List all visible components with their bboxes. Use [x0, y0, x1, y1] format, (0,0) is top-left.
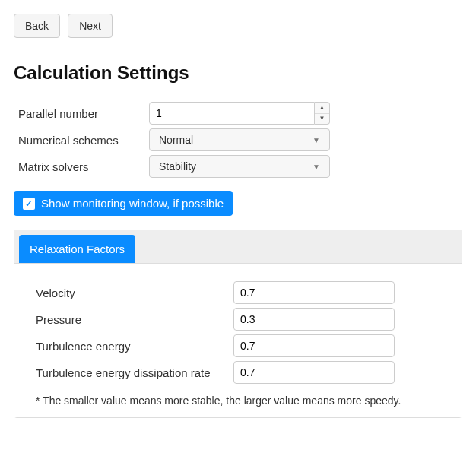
solvers-value: Stability	[159, 160, 196, 173]
monitoring-label: Show monitoring window, if possible	[41, 197, 224, 210]
check-icon: ✓	[23, 198, 35, 210]
panel-body: Velocity Pressure Turbulence energy Turb…	[14, 263, 462, 417]
spinner-up-icon[interactable]: ▲	[315, 103, 329, 113]
velocity-label: Velocity	[36, 287, 233, 299]
chevron-down-icon: ▼	[313, 163, 320, 171]
spinner-down-icon[interactable]: ▼	[315, 113, 329, 125]
panel-tabs: Relaxation Factors	[14, 230, 462, 263]
solvers-select[interactable]: Stability ▼	[149, 155, 330, 178]
turb-diss-label: Turbulence energy dissipation rate	[36, 366, 233, 379]
velocity-row: Velocity	[28, 281, 448, 304]
solvers-row: Matrix solvers Stability ▼	[14, 155, 462, 178]
parallel-input[interactable]	[149, 102, 315, 125]
velocity-input[interactable]	[233, 281, 395, 304]
turb-energy-input[interactable]	[233, 334, 395, 357]
tab-relaxation-factors[interactable]: Relaxation Factors	[19, 235, 135, 263]
relaxation-panel: Relaxation Factors Velocity Pressure Tur…	[14, 230, 462, 418]
next-button[interactable]: Next	[68, 14, 113, 38]
schemes-select[interactable]: Normal ▼	[149, 128, 330, 151]
pressure-label: Pressure	[36, 313, 233, 326]
turb-diss-row: Turbulence energy dissipation rate	[28, 361, 448, 384]
page-title: Calculation Settings	[14, 62, 462, 84]
turb-diss-input[interactable]	[233, 361, 395, 384]
back-button[interactable]: Back	[14, 14, 60, 38]
pressure-input[interactable]	[233, 308, 395, 331]
parallel-label: Parallel number	[18, 107, 149, 120]
parallel-input-wrap: ▲ ▼	[149, 102, 330, 125]
monitoring-toggle[interactable]: ✓ Show monitoring window, if possible	[14, 191, 233, 216]
schemes-value: Normal	[159, 134, 193, 146]
chevron-down-icon: ▼	[313, 136, 320, 144]
pressure-row: Pressure	[28, 308, 448, 331]
parallel-spinner: ▲ ▼	[315, 102, 330, 125]
solvers-label: Matrix solvers	[18, 160, 149, 173]
parallel-row: Parallel number ▲ ▼	[14, 102, 462, 125]
schemes-row: Numerical schemes Normal ▼	[14, 128, 462, 151]
relaxation-note: * The smaller value means more stable, t…	[28, 394, 448, 407]
turb-energy-label: Turbulence energy	[36, 340, 233, 353]
turb-energy-row: Turbulence energy	[28, 334, 448, 357]
schemes-label: Numerical schemes	[18, 134, 149, 147]
nav-buttons: Back Next	[14, 14, 462, 38]
